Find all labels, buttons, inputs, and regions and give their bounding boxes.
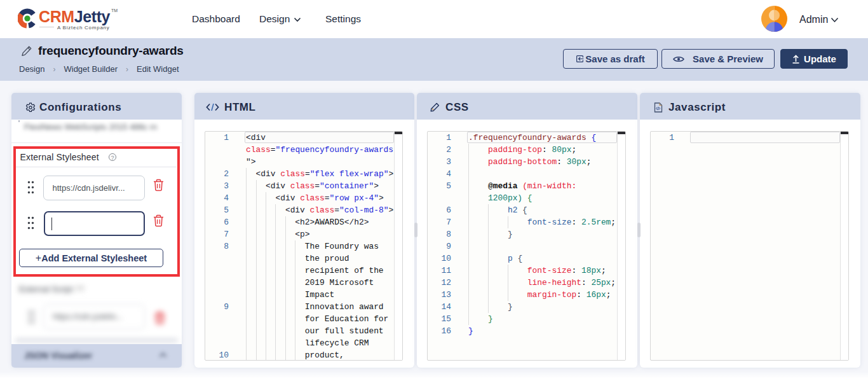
- svg-text:TM: TM: [111, 8, 118, 13]
- svg-text:A Biztech Company: A Biztech Company: [57, 25, 110, 31]
- svg-text:CRMJetty: CRMJetty: [39, 8, 111, 25]
